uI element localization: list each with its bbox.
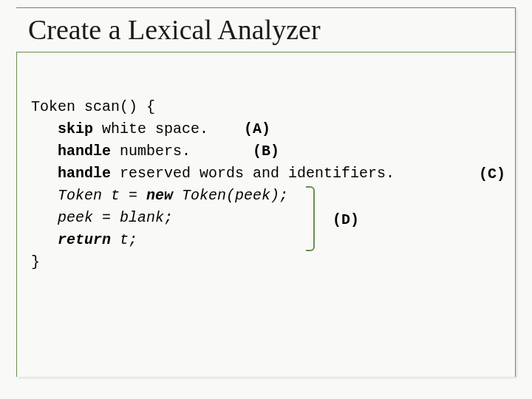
code-line-6: peek = blank;: [58, 209, 173, 226]
annotation-d: (D): [332, 211, 359, 228]
txt-4b: reserved words and identifiers.: [111, 165, 395, 182]
code-line-7b: t;: [111, 231, 137, 248]
kw-handle-1: handle: [58, 143, 111, 160]
code-line-1: Token scan() {: [31, 98, 155, 115]
slide-title: Create a Lexical Analyzer: [28, 13, 324, 46]
ann-a: (A): [244, 120, 270, 137]
code-line-5a: Token t =: [58, 187, 146, 204]
kw-new: new: [146, 187, 173, 204]
kw-return: return: [58, 231, 111, 248]
code-block: Token scan() { skip white space. (A) han…: [31, 74, 395, 273]
code-line-8: }: [31, 253, 40, 270]
txt-3b: numbers.: [111, 143, 253, 160]
bracket-d-icon: [306, 186, 315, 251]
slide-frame-left: [16, 52, 17, 377]
kw-handle-2: handle: [58, 165, 111, 182]
annotation-c: (C): [479, 166, 505, 183]
code-line-5c: Token(peek);: [173, 187, 288, 204]
title-underline: [16, 52, 516, 52]
ann-b: (B): [253, 143, 279, 160]
kw-skip: skip: [58, 120, 93, 137]
txt-2b: white space.: [93, 120, 244, 137]
